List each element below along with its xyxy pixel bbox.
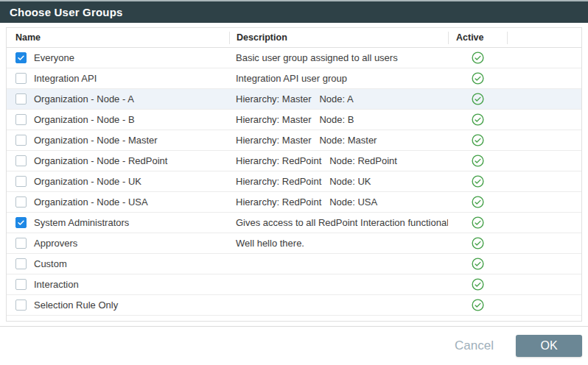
table-row[interactable]: Organization - Node - B Hierarchy: Maste… [7,110,581,130]
table-row[interactable]: Interaction [7,274,581,295]
name-cell: Selection Rule Only [7,300,229,311]
name-cell: Integration API [7,73,229,84]
table-row[interactable]: Custom [7,254,581,274]
user-groups-table: Name Description Active Everyone Basic u… [6,27,582,322]
group-name-label: Interaction [34,279,79,290]
row-checkbox[interactable] [15,155,27,166]
name-cell: Organization - Node - B [7,114,229,125]
active-cell [448,299,507,311]
name-cell: Organization - Node - A [7,93,229,104]
group-description-label: Hierarchy: Master Node: Master [229,135,448,146]
active-cell [448,175,507,188]
table-row[interactable]: Organization - Node - Master Hierarchy: … [7,130,581,151]
table-row[interactable]: Integration API Integration API user gro… [7,68,581,89]
table-row[interactable]: Everyone Basic user group assigned to al… [7,48,581,68]
name-cell: Everyone [7,52,229,63]
row-checkbox[interactable] [15,300,27,311]
column-header-empty [507,32,581,44]
active-cell [448,258,507,270]
row-checkbox[interactable] [15,135,27,146]
checkmark-icon [17,54,25,62]
table-row[interactable]: Approvers Well hello there. [7,233,581,254]
check-circle-icon [472,52,484,64]
check-circle-icon [472,155,484,167]
row-checkbox[interactable] [15,217,27,228]
active-cell [448,134,507,146]
group-description-label: Integration API user group [229,73,448,84]
group-name-label: Integration API [34,73,97,84]
group-description-label: Hierarchy: Master Node: A [229,93,448,104]
group-name-label: Selection Rule Only [34,300,118,311]
group-description-label: Hierarchy: RedPoint Node: UK [229,176,448,187]
group-name-label: Organization - Node - UK [34,176,141,187]
group-name-label: Organization - Node - A [34,93,134,104]
checkmark-icon [17,219,25,227]
group-description-label: Hierarchy: RedPoint Node: USA [229,196,448,208]
active-cell [448,237,507,249]
active-cell [448,278,507,291]
group-name-label: Approvers [34,238,77,249]
name-cell: Organization - Node - USA [7,196,229,208]
row-checkbox[interactable] [15,258,27,269]
group-name-label: Everyone [34,52,74,63]
check-circle-icon [472,258,484,270]
name-cell: Approvers [7,238,229,249]
active-cell [448,216,507,229]
table-row[interactable]: Organization - Node - USA Hierarchy: Red… [7,192,581,213]
check-circle-icon [472,237,484,249]
group-description-label: Hierarchy: RedPoint Node: RedPoint [229,155,448,166]
table-header-row: Name Description Active [7,28,581,48]
dialog-titlebar: Choose User Groups [0,0,588,23]
active-cell [448,72,507,85]
row-checkbox[interactable] [15,73,27,84]
group-description-label: Well hello there. [229,238,448,249]
name-cell: Interaction [7,279,229,290]
choose-user-groups-dialog: Choose User Groups Name Description Acti… [0,0,588,365]
active-cell [448,155,507,167]
group-description-label: Gives access to all RedPoint Interaction… [229,217,448,228]
check-circle-icon [472,299,484,311]
check-circle-icon [472,175,484,188]
column-header-name: Name [7,32,229,44]
check-circle-icon [472,113,484,126]
group-name-label: Organization - Node - RedPoint [34,155,167,166]
row-checkbox[interactable] [15,93,27,104]
name-cell: Organization - Node - Master [7,135,229,146]
table-row[interactable]: Organization - Node - A Hierarchy: Maste… [7,89,581,110]
group-description-label: Hierarchy: Master Node: B [229,114,448,125]
cancel-button[interactable]: Cancel [453,336,495,356]
column-header-active: Active [448,32,507,44]
active-cell [448,93,507,105]
name-cell: Custom [7,258,229,269]
check-circle-icon [472,93,484,105]
name-cell: Organization - Node - RedPoint [7,155,229,166]
check-circle-icon [472,72,484,85]
table-body: Everyone Basic user group assigned to al… [7,48,581,316]
row-checkbox[interactable] [15,176,27,187]
name-cell: System Administrators [7,217,229,228]
table-row[interactable]: Selection Rule Only [7,295,581,316]
check-circle-icon [472,278,484,291]
group-name-label: Custom [34,258,67,269]
table-row[interactable]: Organization - Node - UK Hierarchy: RedP… [7,171,581,192]
check-circle-icon [472,196,484,208]
group-name-label: Organization - Node - Master [34,135,158,146]
table-row[interactable]: System Administrators Gives access to al… [7,213,581,233]
row-checkbox[interactable] [15,52,27,63]
active-cell [448,196,507,208]
name-cell: Organization - Node - UK [7,176,229,187]
row-checkbox[interactable] [15,238,27,249]
table-row[interactable]: Organization - Node - RedPoint Hierarchy… [7,151,581,171]
dialog-title: Choose User Groups [10,6,123,18]
ok-button[interactable]: OK [516,335,582,357]
active-cell [448,52,507,64]
group-name-label: Organization - Node - USA [34,196,148,208]
row-checkbox[interactable] [15,114,27,125]
group-description-label: Basic user group assigned to all users [229,52,448,63]
dialog-footer: Cancel OK [0,327,588,365]
active-cell [448,113,507,126]
group-name-label: Organization - Node - B [34,114,135,125]
row-checkbox[interactable] [15,279,27,290]
row-checkbox[interactable] [15,196,27,208]
group-name-label: System Administrators [34,217,129,228]
